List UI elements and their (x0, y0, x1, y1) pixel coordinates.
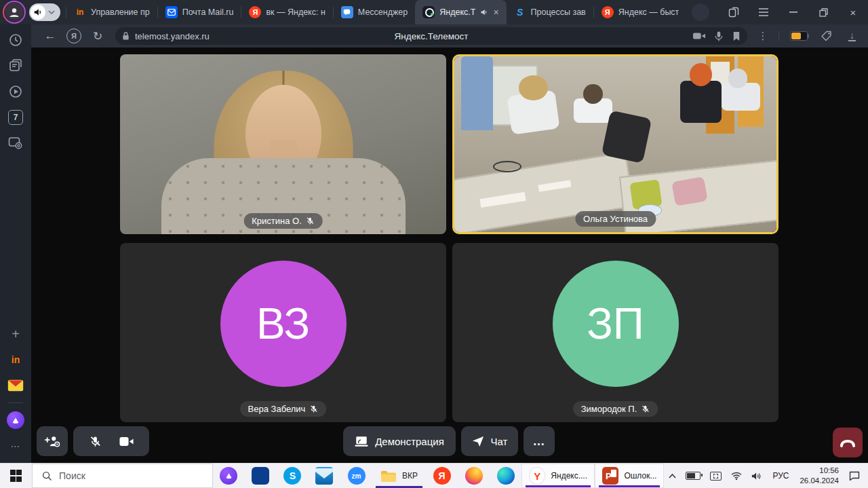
mic-muted-toggle[interactable] (89, 435, 102, 448)
avatar-initials: ЗП (587, 299, 644, 349)
url-field[interactable]: telemost.yandex.ru Яндекс.Телемост (115, 27, 747, 45)
share-screen-button[interactable]: Демонстрация (343, 426, 456, 456)
more-options-button[interactable]: … (524, 426, 555, 456)
tab-vk-yandex[interactable]: Я вк — Яндекс: н (241, 0, 332, 24)
tab-panels-icon[interactable] (719, 0, 749, 24)
browser-tab-bar: in Управление пр Почта Mail.ru Я вк — Ян… (0, 0, 868, 24)
tab-audio-icon[interactable] (480, 8, 488, 16)
taskbar-zoom-icon[interactable]: zm (340, 464, 372, 488)
taskbar-search[interactable]: Поиск (32, 464, 213, 488)
yandex-home-button[interactable]: Я (66, 29, 81, 43)
tab-label: Процессы зав (531, 7, 586, 17)
taskbar-mail-icon[interactable] (309, 464, 340, 488)
mic-camera-group (73, 426, 149, 456)
camera-toggle[interactable] (119, 436, 134, 447)
action-center-icon[interactable] (844, 471, 868, 481)
close-window-button[interactable]: × (838, 0, 868, 24)
messenger-favicon (341, 6, 353, 18)
show-hidden-icons[interactable] (664, 474, 681, 478)
running-app-yandex-browser[interactable]: Y Яндекс.... (521, 464, 595, 488)
hangup-icon (839, 438, 856, 447)
divider (8, 402, 23, 403)
back-button[interactable]: ← (41, 29, 60, 43)
mic-muted-icon (309, 405, 318, 413)
open-window-indicator (599, 485, 660, 487)
speaker-icon (31, 5, 45, 20)
taskbar-yandex-icon[interactable]: Я (426, 464, 458, 488)
leave-call-button[interactable] (833, 428, 863, 457)
chat-button[interactable]: Чат (461, 426, 518, 456)
active-window-indicator (526, 485, 591, 487)
chat-label: Чат (491, 436, 508, 447)
clock[interactable]: 10:56 26.04.2024 (794, 466, 844, 486)
tab-pochta-mailru[interactable]: Почта Mail.ru (158, 0, 241, 24)
counter-badge[interactable]: 7 (0, 105, 31, 130)
new-tab-button[interactable] (692, 3, 709, 21)
participant-avatar: ЗП (553, 261, 679, 387)
feed-icon[interactable] (0, 53, 31, 79)
alice-assistant-icon[interactable] (0, 407, 31, 433)
participant-name: Вера Забелич (248, 404, 306, 414)
taskbar-firefox-icon[interactable] (458, 464, 490, 488)
battery-saver-icon[interactable] (790, 31, 808, 41)
participant-name-badge: Зимородок П. (573, 401, 658, 417)
tab-upravlenie[interactable]: in Управление пр (66, 0, 157, 24)
browser-menu-icon[interactable] (749, 0, 778, 24)
folder-icon (380, 470, 397, 483)
running-app-powerpoint[interactable]: P Ошлок... (595, 464, 664, 488)
tab-label: Управление пр (91, 7, 150, 17)
telemost-meeting-area: Кристина О. Ольга Устинова ВЗ (31, 48, 868, 463)
taskbar-edge-icon[interactable] (490, 464, 521, 488)
tray-battery-icon[interactable] (681, 472, 705, 480)
tray-wifi-icon[interactable] (726, 472, 747, 480)
tag-icon[interactable] (820, 29, 833, 43)
url-text: telemost.yandex.ru (135, 31, 210, 41)
taskbar-skype-icon[interactable]: S (277, 464, 309, 488)
browser-sidebar: 7 + in ⋯ (0, 24, 31, 463)
language-indicator[interactable]: РУС (767, 471, 794, 481)
yandex-favicon: Я (249, 6, 261, 18)
taskbar-store-icon[interactable] (245, 464, 277, 488)
tab-messenger[interactable]: Мессенджер (334, 0, 415, 24)
running-app-label: Ошлок... (624, 471, 656, 481)
add-participant-button[interactable] (37, 426, 68, 456)
taskbar-folder-vkr[interactable]: ВКР (372, 464, 426, 488)
screenshot-icon[interactable] (0, 130, 31, 156)
yandex-mail-icon[interactable] (0, 373, 31, 398)
tab-telemost-active[interactable]: Яндекс.Т × (415, 0, 506, 24)
telemost-favicon (422, 6, 435, 18)
tab-processy[interactable]: S Процессы зав (507, 0, 593, 24)
yandex-favicon: Я (601, 6, 614, 18)
history-icon[interactable] (0, 27, 31, 53)
tab-close-icon[interactable]: × (493, 7, 498, 18)
paper-plane-icon (472, 436, 484, 447)
search-placeholder: Поиск (59, 470, 85, 481)
minimize-button[interactable] (778, 0, 808, 24)
refresh-button[interactable]: ↻ (88, 29, 107, 43)
video-icon[interactable] (0, 79, 31, 105)
restore-button[interactable] (808, 0, 838, 24)
pinned-site-in-icon[interactable]: in (0, 347, 31, 373)
camera-permission-icon[interactable] (693, 32, 705, 40)
sidebar-more-icon[interactable]: ⋯ (0, 433, 31, 459)
bookmark-icon[interactable] (732, 31, 741, 41)
tray-volume-icon[interactable] (747, 472, 767, 481)
tab-yandex-search[interactable]: Я Яндекс — быст (594, 0, 687, 24)
extensions-menu-icon[interactable]: ⋮ (755, 30, 770, 42)
sidebar-add-icon[interactable]: + (0, 321, 31, 347)
participant-tile-vera[interactable]: ВЗ Вера Забелич (120, 243, 446, 422)
mic-permission-icon[interactable] (715, 31, 723, 41)
avatar-initials: ВЗ (256, 299, 310, 349)
share-screen-icon (355, 436, 368, 447)
tab-sound-button[interactable] (29, 3, 60, 21)
badge-number: 7 (8, 110, 23, 125)
taskbar-alice-icon[interactable] (213, 464, 245, 488)
participant-tile-kristina[interactable]: Кристина О. (120, 54, 446, 234)
browser-profile-avatar[interactable] (3, 1, 25, 23)
participant-tile-olga-active-speaker[interactable]: Ольга Устинова (452, 54, 778, 234)
tray-tablet-mode-icon[interactable] (705, 472, 726, 481)
downloads-icon[interactable]: ↓ (848, 31, 856, 41)
participant-tile-zimorodok[interactable]: ЗП Зимородок П. (452, 243, 778, 422)
tab-label: Почта Mail.ru (182, 7, 234, 17)
start-button[interactable] (0, 464, 32, 488)
